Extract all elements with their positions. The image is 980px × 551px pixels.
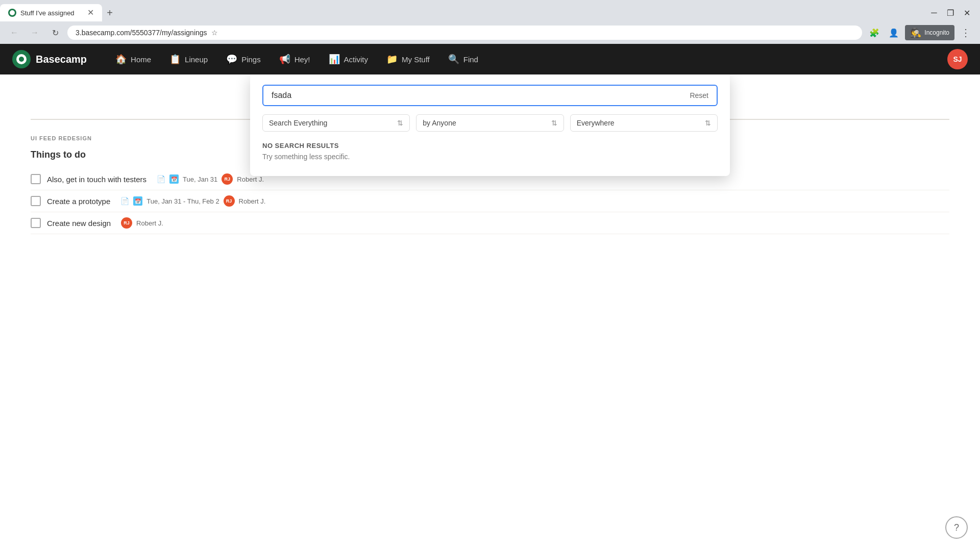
todo-avatar-initials-3: RJ [124, 220, 130, 226]
incognito-badge[interactable]: 🕵 Incognito [905, 25, 954, 40]
todo-avatar-initials-1: RJ [225, 177, 231, 182]
todo-avatar-initials-2: RJ [226, 198, 232, 204]
nav-pings[interactable]: 💬 Pings [218, 49, 269, 69]
search-location-arrow: ⇅ [705, 119, 711, 127]
search-input-row: Reset [262, 85, 718, 106]
todo-doc-icon-2: 📄 [120, 197, 129, 205]
todo-date-2: Tue, Jan 31 - Thu, Feb 2 [146, 197, 219, 205]
search-location-filter[interactable]: Everywhere ⇅ [570, 114, 718, 132]
nav-find-label: Find [463, 55, 478, 64]
profile-button[interactable]: 👤 [886, 24, 902, 41]
todo-avatar-1: RJ [222, 173, 233, 185]
todo-avatar-2: RJ [224, 195, 235, 207]
incognito-icon: 🕵 [910, 27, 921, 38]
user-initials: SJ [953, 55, 962, 63]
todo-person-3: Robert J. [136, 219, 163, 227]
todo-name-3: Create new design [47, 219, 111, 228]
nav-items: 🏠 Home 📋 Lineup 💬 Pings 📢 Hey! 📊 Activit… [107, 49, 947, 69]
help-icon: ? [954, 522, 959, 533]
search-filters: Search Everything ⇅ by Anyone ⇅ Everywhe… [262, 114, 718, 132]
browser-actions: 🧩 👤 🕵 Incognito ⋮ [866, 24, 974, 41]
logo-text: Basecamp [36, 54, 87, 65]
nav-mystuff-label: My Stuff [402, 55, 430, 64]
main-content: Reset Search Everything ⇅ by Anyone ⇅ Ev… [0, 74, 980, 551]
close-button[interactable]: ✕ [960, 6, 974, 20]
todo-date-1: Tue, Jan 31 [183, 176, 217, 183]
todo-meta-2: 📄 📅 Tue, Jan 31 - Thu, Feb 2 RJ Robert J… [120, 195, 265, 207]
lineup-icon: 📋 [169, 54, 181, 65]
nav-activity[interactable]: 📊 Activity [321, 49, 377, 69]
address-bar[interactable]: 3.basecamp.com/5550377/my/assignings ☆ [67, 26, 862, 40]
nav-activity-label: Activity [344, 55, 369, 64]
no-results-hint: Try something less specific. [262, 153, 718, 161]
todo-doc-icon-1: 📄 [157, 175, 165, 183]
todo-item: Create new design RJ Robert J. [31, 212, 949, 234]
reload-button[interactable]: ↻ [47, 24, 63, 41]
todo-item: Create a prototype 📄 📅 Tue, Jan 31 - Thu… [31, 190, 949, 212]
search-reset-button[interactable]: Reset [690, 91, 708, 99]
active-tab[interactable]: Stuff I've assigned ✕ [0, 4, 102, 21]
todo-person-2: Robert J. [239, 197, 266, 205]
find-icon: 🔍 [448, 54, 459, 65]
tab-title: Stuff I've assigned [20, 9, 83, 17]
back-button[interactable]: ← [6, 24, 22, 41]
nav-home[interactable]: 🏠 Home [107, 49, 159, 69]
user-avatar[interactable]: SJ [947, 49, 968, 69]
search-input[interactable] [272, 91, 690, 100]
no-results-title: NO SEARCH RESULTS [262, 142, 718, 149]
todo-calendar-icon-2: 📅 [133, 196, 142, 206]
browser-menu-button[interactable]: ⋮ [958, 24, 974, 41]
address-text: 3.basecamp.com/5550377/my/assignings [76, 29, 207, 37]
incognito-label: Incognito [924, 29, 949, 36]
hey-icon: 📢 [279, 54, 290, 65]
forward-button[interactable]: → [27, 24, 43, 41]
logo[interactable]: Basecamp [12, 50, 87, 68]
todo-person-1: Robert J. [237, 176, 264, 183]
maximize-button[interactable]: ❐ [943, 6, 958, 20]
nav-mystuff[interactable]: 📁 My Stuff [378, 49, 438, 69]
extensions-button[interactable]: 🧩 [866, 24, 883, 41]
todo-meta-1: 📄 📅 Tue, Jan 31 RJ Robert J. [157, 173, 264, 185]
bookmark-button[interactable]: ☆ [211, 29, 218, 37]
nav-lineup-label: Lineup [185, 55, 208, 64]
logo-icon [12, 50, 31, 68]
todo-checkbox-3[interactable] [31, 218, 41, 228]
minimize-button[interactable]: ─ [927, 6, 941, 20]
help-button[interactable]: ? [945, 516, 968, 539]
nav-find[interactable]: 🔍 Find [440, 49, 486, 69]
new-tab-button[interactable]: + [102, 5, 117, 20]
search-type-label: Search Everything [269, 119, 327, 127]
search-author-label: by Anyone [423, 119, 456, 127]
app: Basecamp 🏠 Home 📋 Lineup 💬 Pings 📢 Hey! … [0, 44, 980, 551]
todo-calendar-icon-1: 📅 [169, 174, 179, 184]
todo-checkbox-1[interactable] [31, 174, 41, 184]
tab-favicon [8, 9, 16, 17]
nav-hey-label: Hey! [295, 55, 310, 64]
nav-hey[interactable]: 📢 Hey! [271, 49, 318, 69]
search-type-arrow: ⇅ [397, 119, 403, 127]
search-author-arrow: ⇅ [551, 119, 557, 127]
activity-icon: 📊 [329, 54, 340, 65]
tab-close-button[interactable]: ✕ [87, 9, 94, 17]
todo-name-1: Also, get in touch with testers [47, 175, 146, 184]
nav-home-label: Home [131, 55, 151, 64]
top-nav: Basecamp 🏠 Home 📋 Lineup 💬 Pings 📢 Hey! … [0, 44, 980, 74]
page-area: Reset Search Everything ⇅ by Anyone ⇅ Ev… [0, 74, 980, 551]
search-type-filter[interactable]: Search Everything ⇅ [262, 114, 410, 132]
todo-checkbox-2[interactable] [31, 196, 41, 206]
todo-name-2: Create a prototype [47, 197, 110, 206]
home-icon: 🏠 [115, 54, 127, 65]
pings-icon: 💬 [226, 54, 237, 65]
mystuff-icon: 📁 [386, 54, 398, 65]
nav-lineup[interactable]: 📋 Lineup [161, 49, 216, 69]
address-bar-row: ← → ↻ 3.basecamp.com/5550377/my/assignin… [0, 21, 980, 44]
todo-avatar-3: RJ [121, 217, 132, 229]
search-overlay: Reset Search Everything ⇅ by Anyone ⇅ Ev… [250, 74, 730, 176]
tab-bar: Stuff I've assigned ✕ + ─ ❐ ✕ [0, 0, 980, 21]
nav-pings-label: Pings [241, 55, 261, 64]
window-controls: ─ ❐ ✕ [927, 6, 980, 20]
search-author-filter[interactable]: by Anyone ⇅ [416, 114, 564, 132]
search-location-label: Everywhere [577, 119, 615, 127]
todo-meta-3: RJ Robert J. [121, 217, 163, 229]
